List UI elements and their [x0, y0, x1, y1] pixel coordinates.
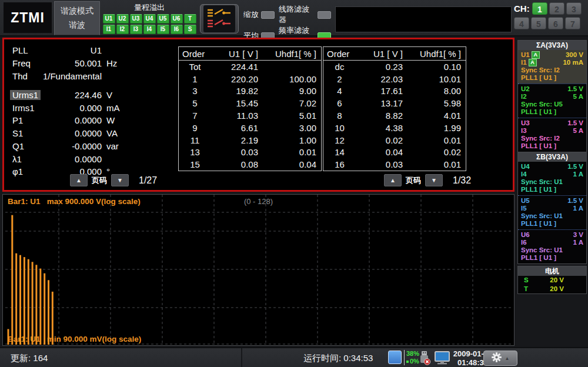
pll-source-label: PLL1 [ U1 ]: [521, 74, 583, 82]
overflow-badge-u4: U4: [143, 14, 156, 24]
table-page-down-button[interactable]: ▼: [425, 174, 443, 186]
element-label: U6: [521, 231, 530, 239]
table-cell: 14: [323, 147, 356, 157]
range-value: 3 V: [573, 231, 583, 239]
element-range-row: I41 A: [521, 171, 583, 178]
element-range-row: I51 A: [521, 205, 583, 212]
measurement-value: -0.0000: [29, 141, 102, 151]
pll-source-label: PLL1 [ U1 ]: [521, 220, 583, 228]
element-label: I3: [521, 127, 527, 135]
harmonic-bar-3: [19, 255, 21, 345]
overflow-badge-s: S: [184, 25, 196, 34]
table-cell: Tot: [179, 62, 211, 72]
element-range-row: I1A10 mA: [521, 59, 583, 66]
sync-source-label: Sync Src: U1: [521, 246, 583, 254]
sidebar-group-3: 电机S20 VT20 V: [517, 266, 587, 294]
table-cell: 12: [323, 135, 356, 145]
channel-button-7[interactable]: 7: [565, 17, 580, 29]
table-cell: 4.01: [403, 111, 466, 121]
element-config-block: U21.5 VI25 ASync Src: U5PLL1 [ U1 ]: [518, 84, 586, 118]
measurement-label: P1: [12, 115, 23, 125]
element-label: I4: [521, 171, 527, 178]
table-cell: 9: [179, 123, 211, 133]
page-down-button[interactable]: ▼: [111, 174, 129, 186]
sync-source-label: Sync Src: I2: [521, 66, 583, 74]
table-row: 112.191.00: [179, 134, 321, 146]
motor-phase-label: S: [524, 276, 529, 284]
table-cell: 4.38: [356, 123, 403, 133]
channel-button-6[interactable]: 6: [548, 17, 563, 29]
element-range-row: U51.5 V: [521, 197, 583, 205]
overflow-badge-i3: I3: [130, 25, 142, 34]
motor-phase-label: T: [524, 285, 528, 293]
element-range-row: I61 A: [521, 239, 583, 246]
column-header: Order: [323, 49, 356, 59]
settings-menu-button[interactable]: ▲: [483, 351, 517, 366]
filter-status-panel: 缩放线路滤波器平均频率滤波器: [243, 4, 333, 32]
element-config-block: U41.5 VI41 ASync Src: U1PLL1 [ U1 ]: [518, 162, 586, 195]
table-cell: 220.20: [211, 74, 258, 84]
table-cell: 11: [179, 135, 211, 145]
measurement-unit: V: [106, 90, 112, 100]
measurement-value: 0.000: [29, 103, 102, 113]
table-cell: 0.23: [356, 62, 403, 72]
harmonic-bar-1: [11, 215, 13, 345]
chart-min-scale-label: Bar1: U1 min 90.000 mV(log scale): [8, 335, 141, 343]
table-cell: 5.98: [403, 98, 466, 108]
channel-button-4[interactable]: 4: [514, 17, 529, 29]
channel-button-5[interactable]: 5: [531, 17, 546, 29]
sync-source-label: Sync Src: U1: [521, 212, 583, 220]
table-header-row: OrderU1 [ V ]Uhdf1[ % ]: [179, 47, 321, 61]
mode-tab-harmonic[interactable]: 谐波模式 谐波: [54, 1, 100, 35]
wiring-diagram-button[interactable]: [200, 4, 239, 34]
table-page-up-button[interactable]: ▲: [384, 174, 402, 186]
measurement-value: 50.001: [29, 58, 102, 68]
storage-usage: 38% 0%: [404, 350, 419, 365]
filter-indicator[interactable]: [261, 11, 275, 19]
numeric-measurement-panel: PLLU1Freq50.001HzThd1/FundamentalUrms122…: [2, 38, 514, 192]
range-value: 1.5 V: [567, 163, 583, 171]
measurement-unit: mA: [106, 103, 120, 113]
table-cell: dc: [323, 62, 356, 72]
table-cell: 7: [179, 111, 211, 121]
channel-button-3[interactable]: 3: [566, 2, 582, 15]
sidebar-group-2: ΣB(3V3A)U41.5 VI41 ASync Src: U1PLL1 [ U…: [517, 152, 587, 264]
table-cell: 13: [179, 147, 211, 157]
auto-range-badge: A: [529, 59, 537, 66]
table-row: 417.618.00: [323, 85, 466, 98]
table-cell: 6: [323, 98, 356, 108]
table-cell: 5.01: [258, 111, 321, 121]
table-cell: 11.03: [211, 111, 258, 121]
overflow-badge-i6: I6: [171, 25, 183, 34]
measurement-row: Irms10.000mA: [9, 103, 171, 115]
sidebar-group-title: ΣA(3V3A): [518, 41, 586, 50]
table-cell: 100.00: [258, 74, 321, 84]
measurement-label: S1: [12, 128, 23, 138]
filter-indicator[interactable]: [318, 11, 331, 19]
element-config-block: U63 VI61 ASync Src: U1PLL1 [ U1 ]: [518, 229, 586, 263]
table-cell: 0.02: [403, 147, 466, 157]
table-row: 222.0310.01: [323, 73, 466, 85]
table-cell: 0.04: [356, 147, 403, 157]
table-cell: 3: [179, 86, 211, 96]
harmonic-bar-7: [35, 265, 37, 345]
bar-chart-canvas: [3, 195, 514, 345]
table-row: 104.381.99: [323, 122, 466, 134]
brand-logo: ZTMI: [4, 2, 52, 33]
measurement-label: Freq: [12, 58, 31, 68]
channel-button-1[interactable]: 1: [532, 2, 547, 15]
pll-source-label: PLL1 [ U1 ]: [521, 254, 583, 262]
harmonic-table-odd: OrderU1 [ V ]Uhdf1[ % ]Tot224.411220.201…: [178, 46, 322, 171]
page-up-button[interactable]: ▲: [70, 174, 88, 186]
measurement-label: φ1: [12, 166, 23, 176]
wiring-icon: [203, 5, 235, 32]
measurement-row: Urms1224.46V: [9, 90, 171, 102]
overflow-badge-i4: I4: [143, 25, 156, 34]
channel-button-2[interactable]: 2: [549, 2, 564, 15]
table-row: 319.829.00: [179, 85, 321, 98]
harmonic-bar-chart-panel: Bar1: U1 max 900.000 V(log scale) (0 - 1…: [2, 194, 514, 346]
motor-range-row: S20 V: [518, 276, 586, 285]
sync-source-label: Sync Src: U1: [521, 178, 583, 186]
auto-range-badge: A: [532, 51, 540, 59]
measurement-label: PLL: [12, 45, 28, 55]
